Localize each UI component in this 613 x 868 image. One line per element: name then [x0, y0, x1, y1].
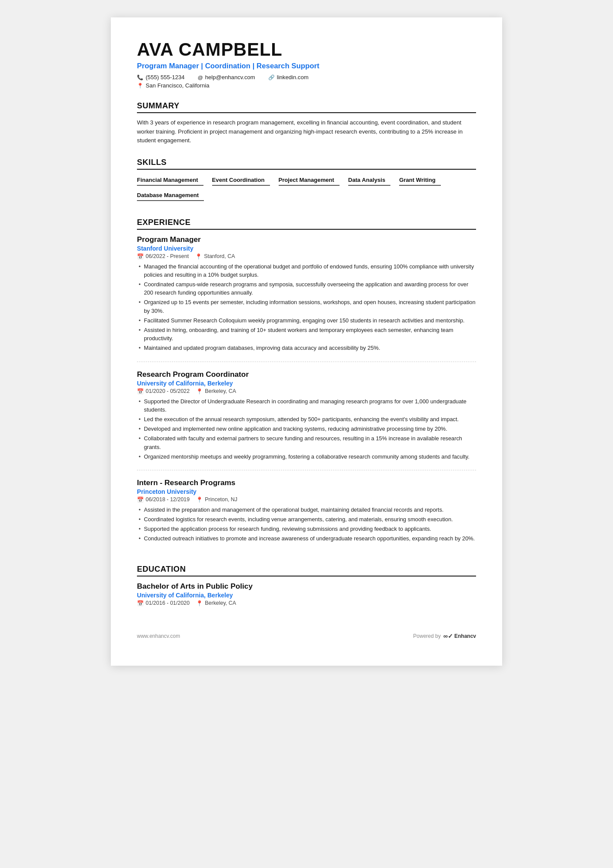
date-range: 📅 06/2018 - 12/2019 — [137, 496, 190, 503]
skill-tag: Event Coordination — [212, 175, 270, 186]
bullet-item: Led the execution of the annual research… — [137, 415, 476, 423]
job-title: Research Program Coordinator — [137, 370, 476, 379]
skill-tag: Grant Writing — [399, 175, 441, 186]
summary-text: With 3 years of experience in research p… — [137, 118, 476, 145]
education-title: EDUCATION — [137, 564, 476, 576]
school-name: University of California, Berkeley — [137, 592, 476, 599]
calendar-icon: 📅 — [137, 496, 144, 503]
candidate-name: AVA CAMPBELL — [137, 39, 476, 60]
powered-by-text: Powered by — [413, 633, 440, 639]
location-icon: 📍 — [195, 253, 202, 260]
bullet-item: Managed the financial accounting of the … — [137, 262, 476, 279]
skills-grid: Financial ManagementEvent CoordinationPr… — [137, 175, 476, 205]
experience-entry: Intern - Research Programs Princeton Uni… — [137, 478, 476, 552]
bullet-item: Assisted in hiring, onboarding, and trai… — [137, 326, 476, 342]
location-icon: 📍 — [196, 388, 203, 395]
skills-section: SKILLS Financial ManagementEvent Coordin… — [137, 158, 476, 205]
linkedin-value: linkedin.com — [277, 74, 309, 80]
phone-value: (555) 555-1234 — [146, 74, 185, 80]
bullet-item: Maintained and updated program databases… — [137, 344, 476, 352]
location-row: 📍 San Francisco, California — [137, 82, 476, 89]
skill-tag: Data Analysis — [348, 175, 391, 186]
calendar-icon: 📅 — [137, 388, 144, 395]
email-value: help@enhancv.com — [205, 74, 255, 80]
bullet-item: Organized mentorship meetups and weekly … — [137, 452, 476, 461]
date-range: 📅 06/2022 - Present — [137, 253, 189, 260]
footer-website: www.enhancv.com — [137, 633, 180, 639]
page-footer: www.enhancv.com Powered by ∞✓ Enhancv — [137, 633, 476, 640]
email-icon: @ — [198, 74, 203, 80]
bullet-list: Assisted in the preparation and manageme… — [137, 506, 476, 543]
linkedin-icon: 🔗 — [268, 74, 275, 80]
bullet-item: Coordinated campus-wide research program… — [137, 280, 476, 297]
linkedin-contact: 🔗 linkedin.com — [268, 74, 309, 80]
exp-location: 📍 Princeton, NJ — [196, 496, 237, 503]
phone-contact: 📞 (555) 555-1234 — [137, 74, 185, 80]
experience-section: EXPERIENCE Program Manager Stanford Univ… — [137, 218, 476, 552]
resume-header: AVA CAMPBELL Program Manager | Coordinat… — [137, 39, 476, 89]
location-icon: 📍 — [196, 600, 203, 607]
location-contact: 📍 San Francisco, California — [137, 82, 209, 89]
exp-location: 📍 Stanford, CA — [195, 253, 235, 260]
contact-row: 📞 (555) 555-1234 @ help@enhancv.com 🔗 li… — [137, 74, 476, 80]
job-title: Intern - Research Programs — [137, 478, 476, 487]
enhancv-icon: ∞✓ — [443, 633, 453, 640]
bullet-item: Coordinated logistics for research event… — [137, 515, 476, 523]
exp-meta: 📅 06/2018 - 12/2019 📍 Princeton, NJ — [137, 496, 476, 503]
phone-icon: 📞 — [137, 74, 143, 80]
exp-meta: 📅 01/2020 - 05/2022 📍 Berkeley, CA — [137, 388, 476, 395]
bullet-item: Supported the application process for re… — [137, 525, 476, 533]
resume-page: AVA CAMPBELL Program Manager | Coordinat… — [111, 17, 502, 666]
bullet-item: Conducted outreach initiatives to promot… — [137, 534, 476, 543]
education-section: EDUCATION Bachelor of Arts in Public Pol… — [137, 564, 476, 607]
location-icon: 📍 — [196, 496, 203, 503]
bullet-item: Assisted in the preparation and manageme… — [137, 506, 476, 514]
footer-brand: Powered by ∞✓ Enhancv — [413, 633, 476, 640]
calendar-icon: 📅 — [137, 600, 144, 607]
location-value: San Francisco, California — [146, 82, 209, 89]
exp-meta: 📅 06/2022 - Present 📍 Stanford, CA — [137, 253, 476, 260]
edu-location: 📍 Berkeley, CA — [196, 600, 236, 607]
bullet-list: Supported the Director of Undergraduate … — [137, 397, 476, 461]
bullet-item: Supported the Director of Undergraduate … — [137, 397, 476, 414]
experience-list: Program Manager Stanford University 📅 06… — [137, 235, 476, 552]
bullet-item: Collaborated with faculty and external p… — [137, 434, 476, 451]
exp-location: 📍 Berkeley, CA — [196, 388, 236, 395]
job-title: Program Manager — [137, 235, 476, 244]
bullet-item: Facilitated Summer Research Colloquium w… — [137, 316, 476, 325]
skill-tag: Financial Management — [137, 175, 203, 186]
bullet-item: Organized up to 15 events per semester, … — [137, 298, 476, 315]
email-contact: @ help@enhancv.com — [198, 74, 255, 80]
degree-name: Bachelor of Arts in Public Policy — [137, 582, 476, 591]
company-name: Princeton University — [137, 488, 476, 495]
calendar-icon: 📅 — [137, 253, 144, 260]
experience-entry: Research Program Coordinator University … — [137, 370, 476, 470]
experience-entry: Program Manager Stanford University 📅 06… — [137, 235, 476, 362]
education-entry: Bachelor of Arts in Public Policy Univer… — [137, 582, 476, 607]
enhancv-logo: ∞✓ Enhancv — [443, 633, 476, 640]
summary-title: SUMMARY — [137, 101, 476, 113]
bullet-item: Developed and implemented new online app… — [137, 425, 476, 433]
candidate-title: Program Manager | Coordination | Researc… — [137, 62, 476, 70]
location-icon: 📍 — [137, 83, 143, 89]
enhancv-name: Enhancv — [454, 633, 476, 639]
experience-title: EXPERIENCE — [137, 218, 476, 230]
company-name: Stanford University — [137, 245, 476, 252]
bullet-list: Managed the financial accounting of the … — [137, 262, 476, 352]
edu-meta: 📅 01/2016 - 01/2020 📍 Berkeley, CA — [137, 600, 476, 607]
education-list: Bachelor of Arts in Public Policy Univer… — [137, 582, 476, 607]
skill-tag: Database Management — [137, 190, 204, 201]
date-range: 📅 01/2020 - 05/2022 — [137, 388, 190, 395]
skill-tag: Project Management — [279, 175, 340, 186]
skills-title: SKILLS — [137, 158, 476, 170]
edu-date: 📅 01/2016 - 01/2020 — [137, 600, 190, 607]
summary-section: SUMMARY With 3 years of experience in re… — [137, 101, 476, 145]
company-name: University of California, Berkeley — [137, 380, 476, 387]
